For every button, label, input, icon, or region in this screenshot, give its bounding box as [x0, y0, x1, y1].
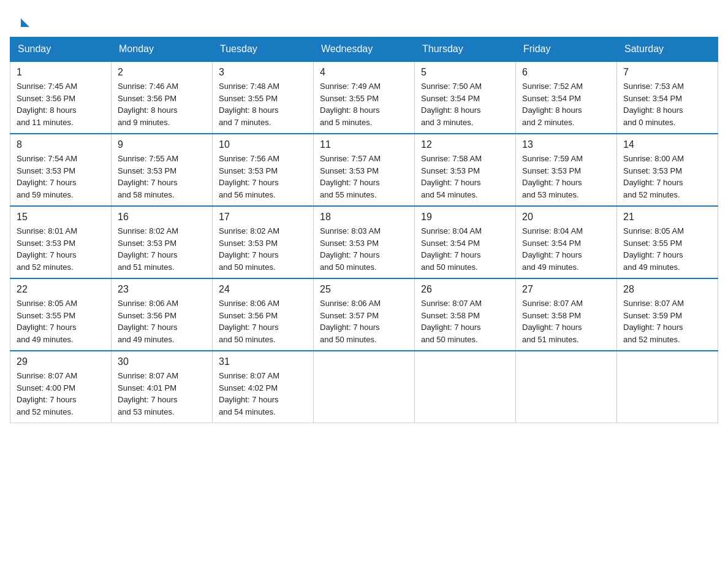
day-info: Sunrise: 7:56 AMSunset: 3:53 PMDaylight:…	[219, 153, 307, 201]
weekday-header-saturday: Saturday	[617, 37, 718, 62]
day-number: 16	[118, 212, 206, 223]
day-number: 6	[522, 67, 610, 78]
day-number: 20	[522, 212, 610, 223]
day-info: Sunrise: 8:01 AMSunset: 3:53 PMDaylight:…	[17, 225, 105, 273]
day-number: 15	[17, 212, 105, 223]
day-number: 2	[118, 67, 206, 78]
calendar-cell: 2Sunrise: 7:46 AMSunset: 3:56 PMDaylight…	[112, 61, 213, 134]
calendar-cell	[314, 351, 415, 423]
day-number: 3	[219, 67, 307, 78]
calendar-cell: 15Sunrise: 8:01 AMSunset: 3:53 PMDayligh…	[10, 206, 112, 278]
day-info: Sunrise: 8:07 AMSunset: 3:58 PMDaylight:…	[421, 297, 509, 345]
day-info: Sunrise: 7:54 AMSunset: 3:53 PMDaylight:…	[17, 153, 105, 201]
day-number: 24	[219, 284, 307, 295]
day-info: Sunrise: 7:58 AMSunset: 3:53 PMDaylight:…	[421, 153, 509, 201]
calendar-cell: 30Sunrise: 8:07 AMSunset: 4:01 PMDayligh…	[112, 351, 213, 423]
day-number: 31	[219, 356, 307, 367]
day-info: Sunrise: 7:52 AMSunset: 3:54 PMDaylight:…	[522, 80, 610, 128]
calendar-cell: 13Sunrise: 7:59 AMSunset: 3:53 PMDayligh…	[516, 134, 617, 206]
calendar-cell: 4Sunrise: 7:49 AMSunset: 3:55 PMDaylight…	[314, 61, 415, 134]
day-info: Sunrise: 7:53 AMSunset: 3:54 PMDaylight:…	[623, 80, 711, 128]
calendar-cell: 25Sunrise: 8:06 AMSunset: 3:57 PMDayligh…	[314, 278, 415, 351]
day-number: 10	[219, 139, 307, 150]
day-number: 8	[17, 139, 105, 150]
day-number: 18	[320, 212, 408, 223]
calendar-cell: 20Sunrise: 8:04 AMSunset: 3:54 PMDayligh…	[516, 206, 617, 278]
weekday-header-thursday: Thursday	[415, 37, 516, 62]
calendar-cell: 6Sunrise: 7:52 AMSunset: 3:54 PMDaylight…	[516, 61, 617, 134]
day-info: Sunrise: 7:48 AMSunset: 3:55 PMDaylight:…	[219, 80, 307, 128]
day-info: Sunrise: 8:00 AMSunset: 3:53 PMDaylight:…	[623, 153, 711, 201]
day-number: 30	[118, 356, 206, 367]
day-info: Sunrise: 8:06 AMSunset: 3:56 PMDaylight:…	[118, 297, 206, 345]
day-number: 14	[623, 139, 711, 150]
calendar-cell: 17Sunrise: 8:02 AMSunset: 3:53 PMDayligh…	[213, 206, 314, 278]
calendar-cell: 18Sunrise: 8:03 AMSunset: 3:53 PMDayligh…	[314, 206, 415, 278]
calendar-cell: 3Sunrise: 7:48 AMSunset: 3:55 PMDaylight…	[213, 61, 314, 134]
day-info: Sunrise: 8:06 AMSunset: 3:57 PMDaylight:…	[320, 297, 408, 345]
weekday-header-friday: Friday	[516, 37, 617, 62]
day-number: 28	[623, 284, 711, 295]
calendar-cell: 26Sunrise: 8:07 AMSunset: 3:58 PMDayligh…	[415, 278, 516, 351]
day-number: 22	[17, 284, 105, 295]
weekday-header-sunday: Sunday	[10, 37, 112, 62]
day-info: Sunrise: 8:07 AMSunset: 4:00 PMDaylight:…	[17, 370, 105, 418]
calendar-cell: 1Sunrise: 7:45 AMSunset: 3:56 PMDaylight…	[10, 61, 112, 134]
day-number: 5	[421, 67, 509, 78]
calendar-table: SundayMondayTuesdayWednesdayThursdayFrid…	[10, 37, 718, 423]
day-info: Sunrise: 8:04 AMSunset: 3:54 PMDaylight:…	[522, 225, 610, 273]
day-info: Sunrise: 8:05 AMSunset: 3:55 PMDaylight:…	[623, 225, 711, 273]
page-header	[0, 0, 728, 37]
calendar-cell: 5Sunrise: 7:50 AMSunset: 3:54 PMDaylight…	[415, 61, 516, 134]
day-info: Sunrise: 7:49 AMSunset: 3:55 PMDaylight:…	[320, 80, 408, 128]
calendar-cell: 14Sunrise: 8:00 AMSunset: 3:53 PMDayligh…	[617, 134, 718, 206]
calendar-cell: 28Sunrise: 8:07 AMSunset: 3:59 PMDayligh…	[617, 278, 718, 351]
calendar-cell	[516, 351, 617, 423]
day-info: Sunrise: 8:07 AMSunset: 3:58 PMDaylight:…	[522, 297, 610, 345]
day-info: Sunrise: 8:06 AMSunset: 3:56 PMDaylight:…	[219, 297, 307, 345]
day-number: 12	[421, 139, 509, 150]
day-info: Sunrise: 7:45 AMSunset: 3:56 PMDaylight:…	[17, 80, 105, 128]
day-info: Sunrise: 8:02 AMSunset: 3:53 PMDaylight:…	[219, 225, 307, 273]
logo	[20, 15, 29, 27]
calendar-cell	[415, 351, 516, 423]
weekday-header-monday: Monday	[112, 37, 213, 62]
day-info: Sunrise: 8:07 AMSunset: 4:01 PMDaylight:…	[118, 370, 206, 418]
calendar-cell	[617, 351, 718, 423]
logo-triangle-icon	[21, 18, 29, 27]
calendar-cell: 11Sunrise: 7:57 AMSunset: 3:53 PMDayligh…	[314, 134, 415, 206]
day-number: 17	[219, 212, 307, 223]
calendar-cell: 10Sunrise: 7:56 AMSunset: 3:53 PMDayligh…	[213, 134, 314, 206]
day-number: 1	[17, 67, 105, 78]
calendar-cell: 9Sunrise: 7:55 AMSunset: 3:53 PMDaylight…	[112, 134, 213, 206]
day-info: Sunrise: 8:05 AMSunset: 3:55 PMDaylight:…	[17, 297, 105, 345]
day-number: 11	[320, 139, 408, 150]
calendar-cell: 31Sunrise: 8:07 AMSunset: 4:02 PMDayligh…	[213, 351, 314, 423]
weekday-header-wednesday: Wednesday	[314, 37, 415, 62]
day-info: Sunrise: 7:50 AMSunset: 3:54 PMDaylight:…	[421, 80, 509, 128]
calendar-cell: 12Sunrise: 7:58 AMSunset: 3:53 PMDayligh…	[415, 134, 516, 206]
day-number: 27	[522, 284, 610, 295]
calendar-cell: 19Sunrise: 8:04 AMSunset: 3:54 PMDayligh…	[415, 206, 516, 278]
day-info: Sunrise: 8:04 AMSunset: 3:54 PMDaylight:…	[421, 225, 509, 273]
day-info: Sunrise: 7:59 AMSunset: 3:53 PMDaylight:…	[522, 153, 610, 201]
day-info: Sunrise: 7:46 AMSunset: 3:56 PMDaylight:…	[118, 80, 206, 128]
day-info: Sunrise: 8:02 AMSunset: 3:53 PMDaylight:…	[118, 225, 206, 273]
calendar-cell: 16Sunrise: 8:02 AMSunset: 3:53 PMDayligh…	[112, 206, 213, 278]
calendar-cell: 21Sunrise: 8:05 AMSunset: 3:55 PMDayligh…	[617, 206, 718, 278]
calendar-cell: 23Sunrise: 8:06 AMSunset: 3:56 PMDayligh…	[112, 278, 213, 351]
day-number: 19	[421, 212, 509, 223]
calendar-cell: 24Sunrise: 8:06 AMSunset: 3:56 PMDayligh…	[213, 278, 314, 351]
calendar-cell: 27Sunrise: 8:07 AMSunset: 3:58 PMDayligh…	[516, 278, 617, 351]
day-number: 26	[421, 284, 509, 295]
day-number: 23	[118, 284, 206, 295]
calendar-cell: 8Sunrise: 7:54 AMSunset: 3:53 PMDaylight…	[10, 134, 112, 206]
day-info: Sunrise: 8:03 AMSunset: 3:53 PMDaylight:…	[320, 225, 408, 273]
calendar-cell: 7Sunrise: 7:53 AMSunset: 3:54 PMDaylight…	[617, 61, 718, 134]
day-info: Sunrise: 7:57 AMSunset: 3:53 PMDaylight:…	[320, 153, 408, 201]
day-number: 9	[118, 139, 206, 150]
day-number: 29	[17, 356, 105, 367]
day-number: 21	[623, 212, 711, 223]
day-number: 7	[623, 67, 711, 78]
day-info: Sunrise: 7:55 AMSunset: 3:53 PMDaylight:…	[118, 153, 206, 201]
